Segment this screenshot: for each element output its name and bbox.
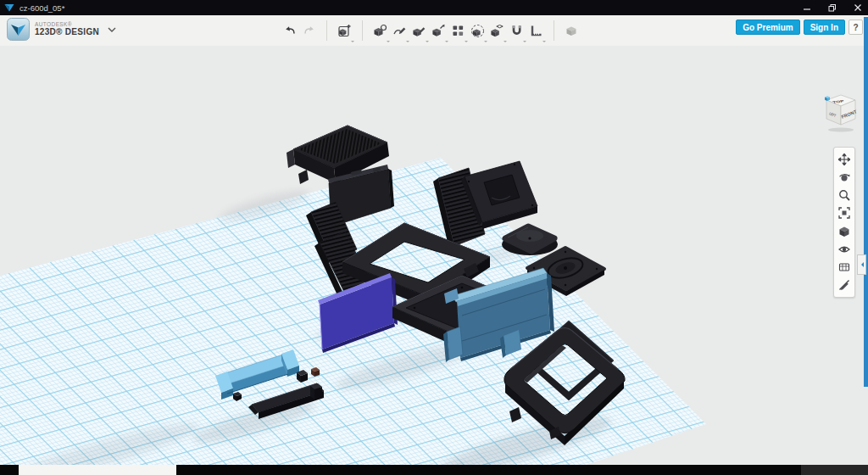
tool-snap[interactable] — [509, 20, 526, 41]
pan-icon — [838, 154, 850, 165]
sketch-icon — [392, 24, 407, 38]
view-cube[interactable]: TOP FRONT LEFT — [815, 92, 863, 137]
navigation-toolbar — [833, 147, 855, 298]
taskbar-tray-segment[interactable] — [801, 465, 868, 475]
taskbar-sliver — [0, 465, 868, 475]
measure-ruler-icon — [529, 24, 543, 38]
tool-grouping[interactable] — [470, 20, 487, 41]
construct-icon — [412, 24, 426, 38]
toolbar-divider — [554, 20, 554, 41]
window-title: cz-600d_05* — [19, 3, 64, 13]
shaded-view-tool[interactable] — [838, 225, 851, 238]
tool-combine[interactable] — [489, 20, 506, 41]
go-premium-button[interactable]: Go Premium — [736, 20, 799, 35]
close-icon — [854, 3, 862, 12]
app-brand[interactable]: AUTODESK® 123D® DESIGN — [7, 18, 116, 41]
snap-magnet-icon — [509, 24, 524, 38]
123d-design-logo-icon — [7, 18, 30, 41]
grid-ruler-tool[interactable] — [838, 261, 851, 274]
chevron-down-icon — [108, 27, 116, 32]
redo-button[interactable] — [301, 20, 318, 41]
orbit-icon — [838, 171, 850, 183]
import-button[interactable] — [337, 20, 353, 41]
scene-svg[interactable] — [0, 46, 868, 465]
tool-primitives[interactable] — [372, 20, 389, 41]
edge-panel-strip — [864, 17, 868, 387]
tool-construct[interactable] — [411, 20, 428, 41]
tool-measure[interactable] — [528, 20, 545, 41]
restore-button[interactable] — [826, 2, 839, 14]
tool-pattern[interactable] — [450, 20, 467, 41]
pattern-icon — [451, 24, 465, 38]
grouping-icon — [470, 24, 485, 38]
pan-tool[interactable] — [838, 153, 851, 165]
zoom-fit-icon — [838, 207, 850, 219]
toolbar-divider — [362, 20, 363, 41]
eye-icon — [838, 243, 850, 255]
import-icon — [337, 24, 352, 38]
combine-icon — [490, 24, 504, 38]
viewport-3d[interactable]: TOP FRONT LEFT — [0, 46, 868, 465]
tool-modify[interactable] — [431, 20, 448, 41]
text-tool-icon — [565, 24, 579, 38]
grid-ruler-icon — [838, 261, 850, 273]
undo-icon — [283, 24, 297, 37]
close-button[interactable] — [851, 2, 865, 14]
toolbar-divider — [326, 20, 327, 41]
minimize-button[interactable] — [800, 2, 814, 14]
restore-icon — [828, 3, 837, 12]
help-button[interactable]: ? — [849, 20, 863, 35]
primitives-icon — [373, 24, 387, 38]
zoom-fit-tool[interactable] — [838, 207, 851, 220]
brand-123d-design: 123D® DESIGN — [35, 28, 99, 36]
tool-sketch[interactable] — [392, 20, 409, 41]
sign-in-button[interactable]: Sign In — [804, 20, 845, 35]
zoom-icon — [838, 189, 850, 201]
orbit-tool[interactable] — [838, 170, 851, 183]
redo-icon — [303, 24, 316, 37]
hide-sketches-tool[interactable] — [838, 279, 851, 292]
main-toolbar: AUTODESK® 123D® DESIGN — [0, 15, 868, 47]
shaded-view-icon — [838, 226, 850, 238]
collapse-arrow-icon — [859, 262, 864, 267]
undo-button[interactable] — [281, 20, 298, 41]
title-bar: cz-600d_05* — [0, 0, 868, 15]
hide-sketches-icon — [838, 279, 850, 291]
modify-icon — [431, 24, 446, 38]
tool-text-disabled — [564, 20, 581, 41]
minimize-icon — [803, 3, 811, 12]
tool-strip — [280, 15, 581, 46]
zoom-tool[interactable] — [838, 189, 851, 202]
edge-panel-collapse-tab[interactable] — [857, 254, 866, 275]
autodesk-logo-icon — [4, 3, 14, 13]
show-hide-tool[interactable] — [838, 243, 851, 255]
taskbar-app-segment[interactable] — [19, 465, 176, 475]
